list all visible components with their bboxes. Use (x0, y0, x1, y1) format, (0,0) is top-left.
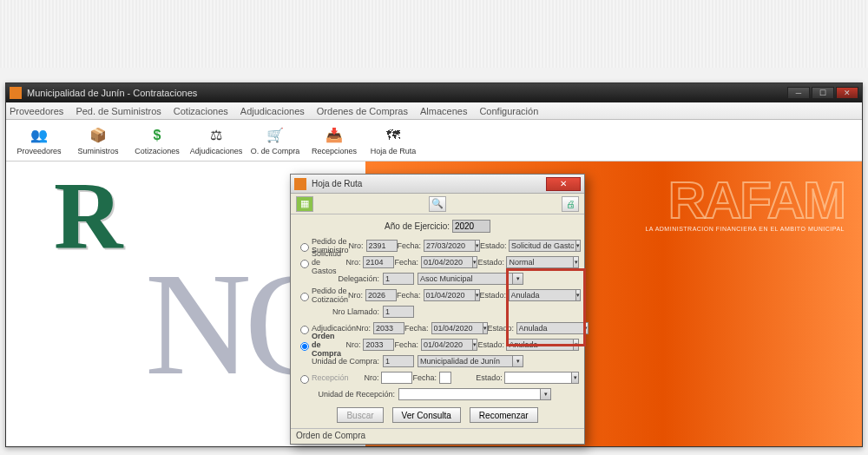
solgas-fecha[interactable] (421, 256, 473, 268)
window-title: Municipalidad de Junín - Contrataciones (27, 88, 197, 98)
close-button[interactable]: ✕ (836, 87, 858, 99)
rec-estado[interactable] (504, 372, 572, 384)
dialog-icon (294, 178, 306, 190)
chevron-down-icon[interactable]: ▾ (576, 240, 581, 252)
menu-ordenes-compras[interactable]: Ordenes de Compras (317, 106, 408, 116)
pedcot-fecha[interactable] (424, 289, 476, 301)
dialog-toolbar: ▦ 🔍 🖨 (291, 194, 584, 214)
dialog-title: Hoja de Ruta (312, 179, 362, 188)
tb-adjudicaciones[interactable]: ⚖Adjudicaciones (187, 121, 246, 161)
dialog-new-button[interactable]: ▦ (296, 196, 313, 212)
label-pedido-cotizacion: Pedido de Cotización (312, 287, 348, 304)
pedsum-estado[interactable] (509, 240, 576, 252)
label-orden-compra: Orden de Compra (312, 332, 345, 358)
menu-cotizaciones[interactable]: Cotizaciones (174, 106, 228, 116)
radio-orden-compra[interactable] (300, 342, 309, 351)
rafam-subtitle: LA ADMINISTRACION FINANCIERA EN EL AMBIT… (645, 226, 845, 232)
menu-proveedores[interactable]: Proveedores (10, 106, 63, 116)
radio-recepcion[interactable] (300, 375, 309, 384)
chevron-down-icon[interactable]: ▾ (574, 256, 579, 268)
deleg-nro[interactable] (383, 273, 414, 285)
maximize-button[interactable]: ☐ (812, 87, 834, 99)
unicom-nro[interactable] (383, 355, 414, 367)
ver-consulta-button[interactable]: Ver Consulta (392, 407, 461, 423)
solgas-nro[interactable] (363, 256, 394, 268)
tb-cotizaciones[interactable]: $Cotizaciones (128, 121, 187, 161)
logo-r: R (54, 162, 122, 272)
pedsum-fecha[interactable] (424, 240, 476, 252)
tb-o-compra[interactable]: 🛒O. de Compra (246, 121, 305, 161)
dialog-titlebar: Hoja de Ruta ✕ (291, 175, 584, 194)
label-recepcion: Recepción (312, 373, 363, 382)
adj-estado[interactable] (516, 322, 584, 334)
dialog-print-button[interactable]: 🖨 (562, 196, 579, 212)
oc-fecha[interactable] (421, 339, 473, 351)
menu-configuracion[interactable]: Configuración (479, 106, 538, 116)
pedcot-estado[interactable] (509, 289, 576, 301)
pedcot-nro[interactable] (365, 289, 397, 301)
dialog-status: Orden de Compra (291, 428, 584, 444)
minimize-button[interactable]: ─ (787, 87, 810, 99)
app-icon (10, 87, 22, 99)
nrollam[interactable] (383, 306, 414, 318)
people-icon: 👥 (30, 126, 49, 145)
radio-pedido-cotizacion[interactable] (300, 293, 309, 301)
route-icon: 🗺 (384, 126, 403, 145)
menu-ped-suministros[interactable]: Ped. de Suministros (76, 106, 161, 116)
inbox-icon: 📥 (325, 126, 344, 145)
solgas-estado[interactable] (506, 256, 574, 268)
deleg-desc[interactable] (418, 273, 513, 285)
dialog-hoja-de-ruta: Hoja de Ruta ✕ ▦ 🔍 🖨 Año de Ejercicio: P… (290, 174, 585, 445)
buscar-button[interactable]: Buscar (337, 407, 383, 423)
oc-nro[interactable] (363, 339, 394, 351)
titlebar: Municipalidad de Junín - Contrataciones … (6, 83, 862, 102)
gavel-icon: ⚖ (207, 126, 226, 145)
chevron-down-icon[interactable]: ▾ (576, 289, 581, 301)
chevron-down-icon[interactable]: ▾ (541, 388, 551, 400)
chevron-down-icon[interactable]: ▾ (572, 372, 579, 384)
tb-hoja-ruta[interactable]: 🗺Hoja de Ruta (364, 121, 423, 161)
radio-pedido-suministro[interactable] (300, 243, 309, 252)
tb-recepciones[interactable]: 📥Recepciones (305, 121, 364, 161)
money-icon: $ (148, 126, 167, 145)
unirec[interactable] (398, 388, 541, 400)
tb-suministros[interactable]: 📦Suministros (69, 121, 128, 161)
label-solicitud-gastos: Solicitud de Gastos (312, 249, 345, 275)
rafam-logo: RAFAM (668, 170, 845, 230)
unicom-desc[interactable] (418, 355, 513, 367)
chevron-down-icon[interactable]: ▾ (513, 273, 523, 285)
menubar: Proveedores Ped. de Suministros Cotizaci… (6, 102, 862, 120)
menu-almacenes[interactable]: Almacenes (420, 106, 467, 116)
radio-adjudicacion[interactable] (300, 326, 309, 334)
pedsum-nro[interactable] (366, 240, 398, 252)
radio-solicitud-gastos[interactable] (300, 260, 309, 268)
adj-fecha[interactable] (431, 322, 483, 334)
toolbar: 👥Proveedores 📦Suministros $Cotizaciones … (6, 120, 862, 162)
year-label: Año de Ejercicio: (385, 221, 450, 231)
tb-proveedores[interactable]: 👥Proveedores (10, 121, 69, 161)
chevron-down-icon[interactable]: ▾ (513, 355, 523, 367)
recomenzar-button[interactable]: Recomenzar (470, 407, 538, 423)
chevron-down-icon[interactable]: ▾ (574, 339, 579, 351)
rec-nro[interactable] (381, 372, 412, 384)
oc-estado[interactable] (506, 339, 574, 351)
dialog-close-button[interactable]: ✕ (546, 177, 581, 191)
chevron-down-icon[interactable]: ▾ (584, 322, 589, 334)
cart-icon: 🛒 (266, 126, 285, 145)
adj-nro[interactable] (373, 322, 404, 334)
menu-adjudicaciones[interactable]: Adjudicaciones (240, 106, 305, 116)
dialog-search-button[interactable]: 🔍 (429, 196, 446, 212)
year-field[interactable] (452, 220, 490, 233)
box-icon: 📦 (89, 126, 108, 145)
rec-fecha[interactable] (439, 372, 451, 384)
